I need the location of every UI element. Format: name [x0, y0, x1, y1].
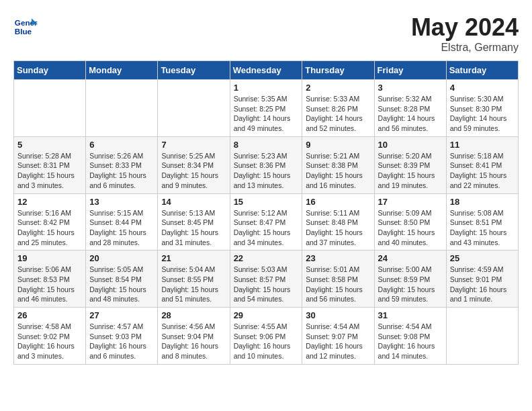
day-info: Sunrise: 5:08 AM Sunset: 8:51 PM Dayligh… [450, 208, 515, 248]
day-number: 23 [306, 253, 370, 263]
calendar-day-cell: 14Sunrise: 5:13 AM Sunset: 8:45 PM Dayli… [158, 193, 230, 250]
day-number: 5 [17, 140, 82, 150]
day-info: Sunrise: 4:55 AM Sunset: 9:06 PM Dayligh… [234, 322, 299, 361]
day-info: Sunrise: 5:20 AM Sunset: 8:39 PM Dayligh… [378, 151, 443, 191]
day-info: Sunrise: 5:13 AM Sunset: 8:45 PM Dayligh… [161, 208, 226, 248]
weekday-header-cell: Monday [86, 61, 158, 80]
calendar-day-cell: 1Sunrise: 5:35 AM Sunset: 8:25 PM Daylig… [230, 80, 302, 137]
day-info: Sunrise: 5:15 AM Sunset: 8:44 PM Dayligh… [89, 208, 154, 248]
day-number: 11 [450, 140, 515, 150]
day-info: Sunrise: 5:30 AM Sunset: 8:30 PM Dayligh… [450, 94, 515, 134]
calendar-day-cell: 6Sunrise: 5:26 AM Sunset: 8:33 PM Daylig… [86, 136, 158, 193]
calendar-day-cell: 11Sunrise: 5:18 AM Sunset: 8:41 PM Dayli… [446, 136, 518, 193]
day-number: 18 [450, 197, 515, 207]
day-number: 7 [161, 140, 226, 150]
weekday-header-row: SundayMondayTuesdayWednesdayThursdayFrid… [14, 61, 519, 80]
day-info: Sunrise: 5:05 AM Sunset: 8:54 PM Dayligh… [89, 265, 154, 304]
month-title: May 2024 [411, 13, 519, 42]
day-info: Sunrise: 4:54 AM Sunset: 9:07 PM Dayligh… [306, 322, 370, 361]
day-number: 31 [378, 310, 443, 320]
day-info: Sunrise: 5:06 AM Sunset: 8:53 PM Dayligh… [17, 265, 82, 304]
calendar-day-cell: 26Sunrise: 4:58 AM Sunset: 9:02 PM Dayli… [14, 308, 86, 365]
calendar-day-cell: 21Sunrise: 5:04 AM Sunset: 8:55 PM Dayli… [158, 250, 230, 308]
calendar-day-cell [446, 308, 518, 365]
calendar-day-cell: 5Sunrise: 5:28 AM Sunset: 8:31 PM Daylig… [14, 136, 86, 193]
calendar-day-cell [86, 80, 158, 137]
day-number: 3 [378, 83, 443, 93]
calendar-day-cell: 12Sunrise: 5:16 AM Sunset: 8:42 PM Dayli… [14, 193, 86, 250]
day-info: Sunrise: 4:58 AM Sunset: 9:02 PM Dayligh… [17, 322, 82, 361]
weekday-header-cell: Sunday [14, 61, 86, 80]
weekday-header-cell: Saturday [446, 61, 518, 80]
calendar-day-cell: 15Sunrise: 5:12 AM Sunset: 8:47 PM Dayli… [230, 193, 302, 250]
calendar-day-cell: 2Sunrise: 5:33 AM Sunset: 8:26 PM Daylig… [302, 80, 374, 137]
calendar-day-cell: 23Sunrise: 5:01 AM Sunset: 8:58 PM Dayli… [302, 250, 374, 308]
calendar-day-cell: 16Sunrise: 5:11 AM Sunset: 8:48 PM Dayli… [302, 193, 374, 250]
day-number: 6 [89, 140, 154, 150]
day-info: Sunrise: 5:03 AM Sunset: 8:57 PM Dayligh… [234, 265, 299, 304]
day-info: Sunrise: 5:01 AM Sunset: 8:58 PM Dayligh… [306, 265, 370, 304]
calendar-day-cell: 20Sunrise: 5:05 AM Sunset: 8:54 PM Dayli… [86, 250, 158, 308]
day-number: 25 [450, 253, 515, 263]
calendar-day-cell: 13Sunrise: 5:15 AM Sunset: 8:44 PM Dayli… [86, 193, 158, 250]
day-number: 29 [234, 310, 299, 320]
calendar-day-cell: 3Sunrise: 5:32 AM Sunset: 8:28 PM Daylig… [374, 80, 446, 137]
calendar-day-cell: 8Sunrise: 5:23 AM Sunset: 8:36 PM Daylig… [230, 136, 302, 193]
day-number: 26 [17, 310, 82, 320]
day-info: Sunrise: 5:33 AM Sunset: 8:26 PM Dayligh… [306, 94, 370, 134]
day-number: 21 [161, 253, 226, 263]
day-info: Sunrise: 4:59 AM Sunset: 9:01 PM Dayligh… [450, 265, 515, 304]
day-number: 22 [234, 253, 299, 263]
calendar-day-cell: 27Sunrise: 4:57 AM Sunset: 9:03 PM Dayli… [86, 308, 158, 365]
day-number: 30 [306, 310, 370, 320]
day-info: Sunrise: 5:26 AM Sunset: 8:33 PM Dayligh… [89, 151, 154, 191]
page-header: General Blue May 2024 Elstra, Germany [13, 13, 519, 54]
day-info: Sunrise: 4:57 AM Sunset: 9:03 PM Dayligh… [89, 322, 154, 361]
calendar-day-cell: 24Sunrise: 5:00 AM Sunset: 8:59 PM Dayli… [374, 250, 446, 308]
day-info: Sunrise: 5:04 AM Sunset: 8:55 PM Dayligh… [161, 265, 226, 304]
day-info: Sunrise: 5:21 AM Sunset: 8:38 PM Dayligh… [306, 151, 370, 191]
day-info: Sunrise: 5:12 AM Sunset: 8:47 PM Dayligh… [234, 208, 299, 248]
calendar-body: 1Sunrise: 5:35 AM Sunset: 8:25 PM Daylig… [14, 80, 519, 365]
calendar-day-cell: 4Sunrise: 5:30 AM Sunset: 8:30 PM Daylig… [446, 80, 518, 137]
calendar-week-row: 1Sunrise: 5:35 AM Sunset: 8:25 PM Daylig… [14, 80, 519, 137]
day-info: Sunrise: 5:18 AM Sunset: 8:41 PM Dayligh… [450, 151, 515, 191]
weekday-header-cell: Tuesday [158, 61, 230, 80]
day-info: Sunrise: 5:25 AM Sunset: 8:34 PM Dayligh… [161, 151, 226, 191]
calendar-day-cell: 10Sunrise: 5:20 AM Sunset: 8:39 PM Dayli… [374, 136, 446, 193]
day-info: Sunrise: 5:35 AM Sunset: 8:25 PM Dayligh… [234, 94, 299, 134]
day-info: Sunrise: 5:16 AM Sunset: 8:42 PM Dayligh… [17, 208, 82, 248]
calendar-day-cell: 29Sunrise: 4:55 AM Sunset: 9:06 PM Dayli… [230, 308, 302, 365]
day-number: 1 [234, 83, 299, 93]
weekday-header-cell: Thursday [302, 61, 374, 80]
day-info: Sunrise: 4:56 AM Sunset: 9:04 PM Dayligh… [161, 322, 226, 361]
day-info: Sunrise: 5:28 AM Sunset: 8:31 PM Dayligh… [17, 151, 82, 191]
day-number: 8 [234, 140, 299, 150]
day-number: 27 [89, 310, 154, 320]
day-info: Sunrise: 5:09 AM Sunset: 8:50 PM Dayligh… [378, 208, 443, 248]
day-number: 13 [89, 197, 154, 207]
calendar-day-cell: 7Sunrise: 5:25 AM Sunset: 8:34 PM Daylig… [158, 136, 230, 193]
calendar-day-cell: 17Sunrise: 5:09 AM Sunset: 8:50 PM Dayli… [374, 193, 446, 250]
day-number: 15 [234, 197, 299, 207]
day-number: 19 [17, 253, 82, 263]
day-number: 16 [306, 197, 370, 207]
title-block: May 2024 Elstra, Germany [411, 13, 519, 54]
calendar-day-cell: 25Sunrise: 4:59 AM Sunset: 9:01 PM Dayli… [446, 250, 518, 308]
calendar-day-cell [14, 80, 86, 137]
day-number: 14 [161, 197, 226, 207]
svg-text:Blue: Blue [15, 27, 32, 36]
location-title: Elstra, Germany [411, 42, 519, 54]
weekday-header-cell: Wednesday [230, 61, 302, 80]
day-number: 4 [450, 83, 515, 93]
day-info: Sunrise: 5:00 AM Sunset: 8:59 PM Dayligh… [378, 265, 443, 304]
day-number: 9 [306, 140, 370, 150]
logo: General Blue [13, 13, 38, 38]
day-number: 20 [89, 253, 154, 263]
day-number: 17 [378, 197, 443, 207]
calendar-week-row: 12Sunrise: 5:16 AM Sunset: 8:42 PM Dayli… [14, 193, 519, 250]
calendar-week-row: 26Sunrise: 4:58 AM Sunset: 9:02 PM Dayli… [14, 308, 519, 365]
calendar-table: SundayMondayTuesdayWednesdayThursdayFrid… [13, 60, 519, 365]
day-info: Sunrise: 5:23 AM Sunset: 8:36 PM Dayligh… [234, 151, 299, 191]
day-info: Sunrise: 5:32 AM Sunset: 8:28 PM Dayligh… [378, 94, 443, 134]
